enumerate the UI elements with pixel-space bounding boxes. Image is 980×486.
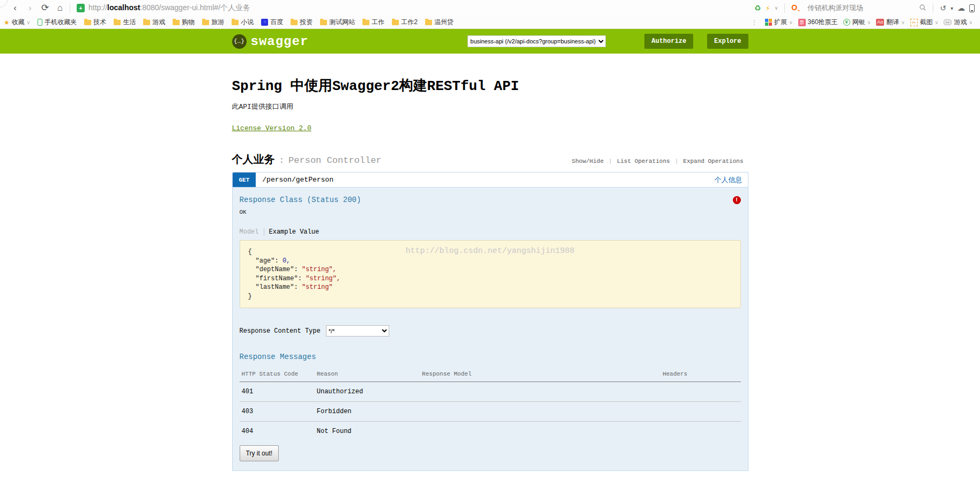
bookmark-folder-test-sites[interactable]: 测试网站 — [316, 18, 359, 27]
extension-label: 翻译 — [886, 18, 899, 27]
tab-example-value[interactable]: Example Value — [264, 228, 320, 236]
extension-label: 截图 — [920, 18, 933, 27]
quick-search-box[interactable]: O、 传销机构派对现场 — [791, 3, 915, 13]
tab-model[interactable]: Model — [240, 228, 264, 236]
folder-icon — [392, 20, 399, 25]
bookmark-mobile-favorites[interactable]: 手机收藏夹 — [34, 18, 80, 27]
browser-toolbar: ‹ › ⟳ ⌂ + http://localhost:8080/swagger-… — [0, 0, 980, 16]
response-content-type-select[interactable]: */* — [326, 325, 389, 337]
column-header-headers: Headers — [660, 368, 741, 382]
headers-cell — [660, 382, 741, 402]
bookmark-folder-travel[interactable]: 旅游 — [198, 18, 228, 27]
response-content-type-label: Response Content Type — [240, 327, 321, 335]
chevron-down-icon[interactable]: ∨ — [775, 5, 778, 11]
address-bar[interactable]: + http://localhost:8080/swagger-ui.html#… — [72, 3, 754, 13]
forward-button[interactable]: › — [23, 0, 38, 16]
divider: | — [675, 158, 679, 165]
bookmark-folder-wenzhoudai[interactable]: 温州贷 — [421, 18, 457, 27]
swagger-logo[interactable]: {…} swagger — [232, 34, 309, 49]
endpoint-path[interactable]: /person/getPerson — [262, 176, 333, 184]
explore-button[interactable]: Explore — [707, 34, 748, 49]
authorize-button[interactable]: Authorize — [644, 34, 693, 49]
chevron-down-icon: ∨ — [27, 20, 31, 25]
http-method-badge[interactable]: GET — [233, 173, 256, 187]
example-json-block: http://blog.csdn.net/yangshijin1988 { "a… — [240, 240, 741, 308]
undo-dropdown-icon[interactable]: ▾ — [951, 5, 953, 11]
status-code-cell: 401 — [240, 382, 315, 402]
bookmark-favorites[interactable]: ★ 收藏 ∨ — [0, 18, 34, 27]
window-corner-decoration — [0, 0, 8, 8]
speed-mode-icon[interactable]: ⚡ — [766, 4, 770, 12]
extension-manager[interactable]: 扩展 ∨ — [765, 18, 793, 27]
page-title: Spring 中使用Swagger2构建RESTful API — [232, 76, 748, 95]
section-name[interactable]: 个人业务 — [232, 152, 275, 167]
url-text[interactable]: http://localhost:8080/swagger-ui.html#/个… — [88, 3, 250, 13]
bookmark-folder-tech[interactable]: 技术 — [80, 18, 110, 27]
bookmark-label: 测试网站 — [329, 18, 355, 27]
json-key: "deptName": — [256, 266, 302, 273]
folder-icon — [291, 20, 298, 25]
bookmark-label: 游戏 — [152, 18, 165, 27]
bookmark-label: 投资 — [300, 18, 313, 27]
divider: | — [608, 158, 612, 165]
home-button[interactable]: ⌂ — [53, 0, 68, 16]
folder-icon — [143, 20, 150, 25]
undo-history-icon[interactable]: ↺ — [940, 4, 946, 12]
url-scheme: http:// — [88, 3, 107, 12]
chevron-down-icon: ∨ — [867, 20, 871, 25]
show-hide-link[interactable]: Show/Hide — [567, 158, 608, 165]
url-host: localhost — [107, 3, 140, 12]
endpoint-get-person: GET /person/getPerson 个人信息 Response Clas… — [232, 172, 748, 471]
endpoint-panel: Response Class (Status 200) ! OK Model E… — [232, 188, 748, 471]
bookmark-folder-novels[interactable]: 小说 — [228, 18, 257, 27]
api-definition-select[interactable]: business-api (/v2/api-docs?group=busines… — [467, 35, 606, 47]
swagger-header: {…} swagger business-api (/v2/api-docs?g… — [0, 29, 980, 54]
extension-screenshot[interactable]: ✂ 截图 ∨ — [910, 18, 939, 27]
extension-translate[interactable]: Ao 翻译 ∨ — [876, 18, 905, 27]
bookmark-folder-life[interactable]: 生活 — [110, 18, 139, 27]
error-indicator-icon[interactable]: ! — [733, 196, 741, 204]
extension-games[interactable]: •• 游戏 ∨ — [944, 18, 972, 27]
response-status-text: OK — [240, 209, 741, 215]
mobile-connect-icon[interactable] — [969, 4, 975, 12]
endpoint-heading[interactable]: GET /person/getPerson 个人信息 — [232, 172, 748, 188]
back-button[interactable]: ‹ — [8, 0, 23, 16]
folder-icon — [425, 20, 432, 25]
bookmark-baidu[interactable]: ⁖百度 — [257, 18, 287, 27]
refresh-button[interactable]: ⟳ — [38, 0, 53, 16]
table-row: 401 Unauthorized — [240, 382, 741, 402]
chevron-down-icon: ∨ — [969, 20, 972, 25]
chevron-down-icon: ∨ — [789, 20, 793, 25]
column-header-reason: Reason — [315, 368, 420, 382]
more-dots-icon[interactable]: ⋮ — [751, 19, 758, 26]
search-suggestion-text[interactable]: 传销机构派对现场 — [807, 3, 863, 13]
response-class-heading: Response Class (Status 200) — [240, 196, 361, 204]
bookmark-label: 温州贷 — [434, 18, 454, 27]
bookmark-folder-work2[interactable]: 工作2 — [388, 18, 421, 27]
bookmarks-bar: ★ 收藏 ∨ 手机收藏夹 技术 生活 游戏 购物 旅游 小说 ⁖百度 投资 测试… — [0, 16, 980, 29]
try-it-out-button[interactable]: Try it out! — [240, 445, 279, 461]
expand-operations-link[interactable]: Expand Operations — [678, 158, 748, 165]
site-safety-icon[interactable]: + — [77, 4, 85, 12]
cloud-sync-icon[interactable]: ☁ — [957, 4, 965, 12]
bookmark-folder-games[interactable]: 游戏 — [139, 18, 169, 27]
extension-bank[interactable]: ¥ 网银 ∨ — [843, 18, 871, 27]
bookmark-folder-work[interactable]: 工作 — [359, 18, 388, 27]
section-separator: : — [279, 156, 285, 166]
bookmark-label: 收藏 — [12, 18, 25, 27]
json-line: "firstName": "string", — [248, 274, 732, 283]
folder-icon — [84, 20, 91, 25]
list-operations-link[interactable]: List Operations — [612, 158, 675, 165]
bookmark-folder-invest[interactable]: 投资 — [287, 18, 316, 27]
json-key: "firstName": — [256, 275, 306, 282]
license-link[interactable]: License Version 2.0 — [232, 124, 311, 132]
bank-icon: ¥ — [843, 19, 850, 26]
bookmark-label: 工作 — [372, 18, 384, 27]
endpoint-tag-link[interactable]: 个人信息 — [715, 175, 743, 185]
swagger-logo-icon: {…} — [232, 34, 247, 49]
extension-ticket[interactable]: 票 360抢票王 — [798, 18, 838, 27]
search-icon[interactable] — [919, 4, 926, 13]
adblock-icon[interactable]: ♻ — [754, 4, 761, 12]
bookmark-folder-shopping[interactable]: 购物 — [169, 18, 198, 27]
divider — [70, 3, 70, 13]
